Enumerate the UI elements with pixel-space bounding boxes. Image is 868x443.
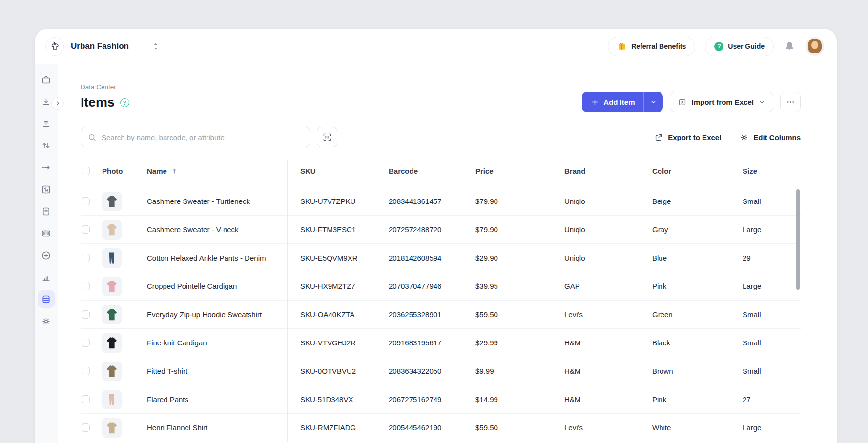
column-header-photo[interactable]: Photo [98,167,147,175]
sidebar-item-adjust[interactable] [38,137,55,154]
sidebar-item-labels[interactable] [38,224,55,242]
app-card: Urban Fashion Referra [35,29,837,443]
column-header-name[interactable]: Name [147,167,300,175]
user-avatar[interactable] [806,37,824,56]
add-item-dropdown-button[interactable] [643,92,663,112]
column-header-barcode[interactable]: Barcode [389,167,475,175]
plus-circle-icon [41,250,51,261]
item-photo [102,192,122,211]
table-body: Cashmere Sweater - Turtleneck SKU-U7V7ZP… [81,187,801,442]
item-brand: Uniqlo [564,197,652,205]
item-size: 27 [743,395,801,403]
item-name: Henri Flannel Shirt [147,423,300,432]
page-help-icon[interactable]: ? [120,98,129,107]
select-all-checkbox[interactable] [82,167,90,175]
arrow-from-dot-icon [41,162,51,173]
row-checkbox[interactable] [82,395,90,403]
sidebar [35,64,58,443]
edit-columns-button[interactable]: Edit Columns [740,133,801,142]
table-row[interactable]: Cropped Pointelle Cardigan SKU-HX9M2TZ7 … [81,272,801,301]
item-name: Cashmere Sweater - Turtleneck [147,197,300,205]
table-rows-icon [41,294,51,304]
download-icon [41,97,51,107]
sidebar-expand-button[interactable] [51,97,64,110]
bar-chart-icon [41,272,51,282]
row-checkbox[interactable] [82,310,90,319]
vertical-scrollbar-thumb[interactable] [796,189,800,290]
row-checkbox[interactable] [82,197,90,205]
column-header-price[interactable]: Price [475,167,564,175]
more-actions-button[interactable] [780,92,801,112]
column-header-sku[interactable]: SKU [300,167,389,175]
item-sku: SKU-0OTVBVU2 [300,367,389,375]
notifications-bell-icon[interactable] [784,40,796,53]
item-name: Cropped Pointelle Cardigan [147,282,300,290]
table-row[interactable]: Cotton Relaxed Ankle Pants - Denim SKU-E… [81,244,801,272]
sidebar-item-reports[interactable] [38,268,55,286]
row-checkbox[interactable] [82,339,90,347]
workspace-logo[interactable] [45,37,64,56]
sidebar-item-data-center[interactable] [38,290,55,308]
table-header-row: Photo Name SKU Barcode Price Brand Color [81,160,801,182]
item-sku: SKU-HX9M2TZ7 [300,282,389,290]
table-row[interactable]: Cashmere Sweater - Turtleneck SKU-U7V7ZP… [81,187,801,216]
item-sku: SKU-VTVGHJ2R [300,339,389,347]
item-brand: H&M [564,395,652,403]
item-color: Pink [652,282,743,290]
item-price: $29.90 [475,254,564,262]
sort-asc-arrow-icon [171,167,178,175]
garment-top-image [104,307,119,322]
items-table: Photo Name SKU Barcode Price Brand Color [81,160,801,442]
row-checkbox[interactable] [82,282,90,290]
add-item-button[interactable]: Add Item [582,92,643,112]
row-checkbox[interactable] [82,225,90,234]
user-guide-button[interactable]: ? User Guide [705,37,774,56]
item-barcode: 2005445462190 [389,423,475,432]
column-header-brand[interactable]: Brand [564,167,652,175]
item-brand: H&M [564,339,652,347]
sidebar-item-add[interactable] [38,246,55,264]
referral-benefits-button[interactable]: Referral Benefits [608,37,695,56]
column-header-color[interactable]: Color [652,167,743,175]
garment-top-image [104,421,119,435]
item-color: Green [652,310,743,319]
item-color: Brown [652,367,743,375]
table-row[interactable]: Henri Flannel Shirt SKU-RMZFIADG 2005445… [81,414,801,442]
breadcrumb: Data Center [81,83,129,91]
sidebar-item-products[interactable] [38,71,55,88]
item-barcode: 2036255328901 [389,310,475,319]
item-barcode: 2091683195617 [389,339,475,347]
sidebar-item-transfer[interactable] [38,159,55,176]
row-checkbox[interactable] [82,254,90,262]
page-title: Items [81,95,115,110]
export-to-excel-button[interactable]: Export to Excel [654,133,721,142]
item-size: 29 [743,254,801,262]
import-from-excel-label: Import from Excel [691,98,754,106]
table-row[interactable]: Fitted T-shirt SKU-0OTVBVU2 208363432205… [81,357,801,385]
chevron-updown-icon [152,42,159,51]
sidebar-item-count[interactable] [38,181,55,198]
item-sku: SKU-FTM3ESC1 [300,225,389,234]
search-input[interactable] [102,133,303,141]
sidebar-item-orders[interactable] [38,202,55,220]
table-row[interactable]: Fine-knit Cardigan SKU-VTVGHJ2R 20916831… [81,329,801,357]
sidebar-item-settings[interactable] [38,312,55,330]
item-photo [102,220,122,240]
workspace-switcher[interactable] [152,42,159,51]
item-size: Small [743,310,801,319]
barcode-scan-button[interactable] [317,127,337,147]
row-checkbox[interactable] [82,367,90,375]
table-row[interactable]: Everyday Zip-up Hoodie Sweatshirt SKU-OA… [81,301,801,329]
table-row[interactable]: Cashmere Sweater - V-neck SKU-FTM3ESC1 2… [81,216,801,244]
sidebar-item-stock-out[interactable] [38,115,55,132]
column-header-size[interactable]: Size [743,167,801,175]
row-checkbox[interactable] [82,423,90,432]
plus-icon [591,98,599,106]
item-brand: GAP [564,282,652,290]
barcode-icon [41,228,51,239]
item-size: Small [743,339,801,347]
import-from-excel-button[interactable]: Import from Excel [670,92,773,112]
export-to-excel-label: Export to Excel [668,133,721,141]
table-row[interactable]: Flared Pants SKU-51D348VX 2067275162749 … [81,385,801,414]
package-icon [41,75,51,85]
